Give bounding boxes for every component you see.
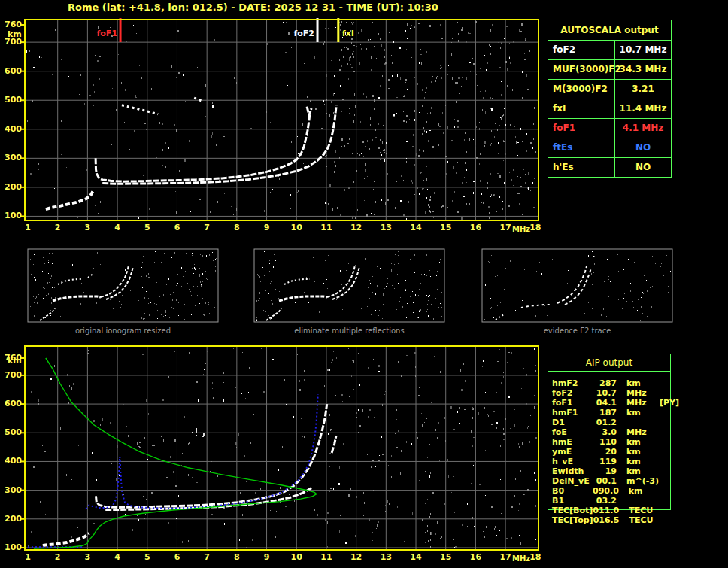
aip-cell: hmF1 [552,408,593,418]
aip-cell: 011.0 [593,506,619,515]
autoscala-row-label: foF1 [548,119,615,138]
x-tick-label: 7 [198,552,216,562]
aip-cell: km [626,437,657,447]
aip-cell: [PY] [660,398,679,408]
x-tick-label: 16 [466,552,484,562]
aip-cell: B0 [552,486,593,496]
autoscala-row-value: 3.21 [615,80,671,99]
x-tick-label: 10 [287,552,305,562]
x-tick-label: 3 [78,223,96,232]
aip-cell: km [626,378,657,388]
x-tick-label: 2 [49,552,67,562]
aip-cell [626,418,657,427]
aip-cell: km [626,447,657,457]
aip-cell: TECU [629,515,659,525]
thumbnail-caption: evidence F2 trace [482,327,672,335]
autoscala-row-value: 10.7 MHz [615,41,671,59]
aip-cell: m^(-3) [626,476,659,486]
aip-cell: foF2 [552,388,593,398]
autoscala-row-value: 11.4 MHz [615,99,671,118]
x-tick-label: 6 [168,223,186,232]
aip-cell: 016.5 [593,515,620,525]
x-tick-label: 11 [317,552,335,562]
y-tick-label: 400 [1,124,22,134]
autoscala-row-h'Es: h'EsNO [548,158,671,177]
aip-row-DelN_vE: DelN_vE00.1m^(-3) [548,476,721,486]
top-ionogram-plot [25,20,538,220]
aip-cell: km [629,486,659,496]
km-axis-label: km [8,356,22,366]
autoscala-screen: Rome (lat: +41.8, lon: 012.5) - DATE: 20… [0,0,728,568]
aip-row-hmE: hmE110km [548,437,721,447]
x-tick-label: 9 [258,223,276,232]
aip-cell: 10.7 [593,388,617,398]
x-tick-label: 15 [437,223,455,232]
aip-cell: MHz [626,398,657,408]
autoscala-table: AUTOSCALA output foF210.7 MHzMUF(3000)F2… [548,20,672,178]
autoscala-row-label: M(3000)F2 [548,80,615,99]
autoscala-row-label: foF2 [548,41,615,59]
autoscala-row-value: 4.1 MHz [615,119,671,138]
autoscala-row-fxI: fxI11.4 MHz [548,99,671,119]
aip-cell: hmE [552,437,593,447]
aip-cell: 187 [593,408,617,418]
x-tick-label: 10 [287,223,305,232]
thumbnail-filtered [254,249,444,322]
autoscala-row-label: h'Es [548,158,615,177]
aip-row-Ewidth: Ewidth19km [548,466,721,476]
x-tick-label: 4 [108,223,126,232]
aip-row-foF1: foF104.1MHz[PY] [548,398,721,408]
y-tick-label: 400 [1,456,22,466]
thumbnail-caption: original ionogram resized [28,327,218,335]
x-tick-label: 5 [138,552,156,562]
thumbnail-caption: eliminate multiple reflections [254,327,444,335]
aip-cell: 090.0 [593,486,619,496]
aip-cell: 01.2 [593,418,617,427]
thumbnail-original [28,249,218,322]
aip-cell: h_vE [552,457,593,466]
aip-cell: foE [552,427,593,437]
autoscala-row-value: NO [615,158,671,177]
x-tick-label: 6 [168,552,186,562]
aip-cell: 03.2 [593,496,617,506]
aip-row-TEC[Bot]: TEC[Bot]011.0TECU [548,506,721,515]
autoscala-row-foF1: foF14.1 MHz [548,119,671,138]
aip-cell [626,496,657,506]
autoscala-row-foF2: foF210.7 MHz [548,41,671,60]
x-tick-label: 9 [258,552,276,562]
autoscala-table-body: foF210.7 MHzMUF(3000)F234.3 MHzM(3000)F2… [548,41,671,177]
x-tick-label: 12 [347,223,366,232]
aip-cell: km [626,466,657,476]
mhz-axis-label: MHz [512,225,530,233]
aip-row-foF2: foF210.7MHz [548,388,721,398]
thumbnail-f2-trace [482,249,672,322]
aip-cell: TEC[Bot] [552,506,593,515]
x-tick-label: 15 [437,552,455,562]
x-tick-label: 13 [377,223,395,232]
x-tick-label: 3 [78,552,96,562]
y-tick-label: 100 [1,542,22,552]
x-tick-label: 14 [407,223,425,232]
x-tick-label: 5 [138,223,156,232]
aip-cell: hmF2 [552,378,593,388]
aip-row-B0: B0090.0km [548,486,721,496]
autoscala-row-label: ftEs [548,138,615,157]
aip-row-hmF1: hmF1187km [548,408,721,418]
autoscala-row-value: NO [615,138,671,157]
y-tick-label: 500 [1,95,22,105]
aip-cell: MHz [626,427,657,437]
km-axis-label: km [8,29,22,39]
y-tick-label: 600 [1,399,22,409]
y-tick-label: 300 [1,153,22,163]
aip-cell: B1 [552,496,593,506]
aip-cell: TECU [629,506,659,515]
autoscala-row-MUF(3000)F2: MUF(3000)F234.3 MHz [548,60,671,80]
bottom-ionogram-plot [25,346,538,550]
aip-row-foE: foE3.0MHz [548,427,721,437]
aip-cell: D1 [552,418,593,427]
y-tick-label: 200 [1,182,22,192]
aip-cell: 119 [593,457,617,466]
aip-row-B1: B103.2 [548,496,721,506]
x-tick-label: 14 [407,552,425,562]
y-tick-label: 700 [1,370,22,380]
